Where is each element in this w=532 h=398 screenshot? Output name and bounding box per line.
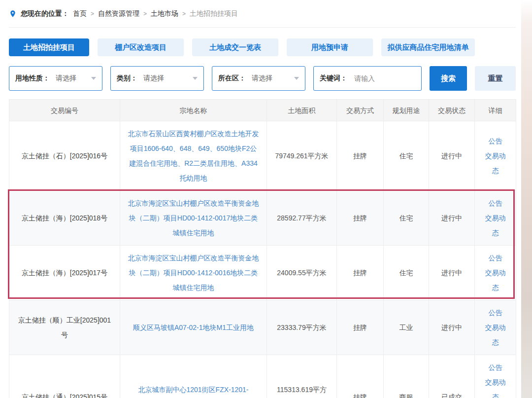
- page: 您现在的位置： 首页>自然资源管理>土地市场>土地招拍挂项目 土地招拍挂项目棚户…: [0, 0, 532, 398]
- cell-parcel-name: 北京城市副中心1201街区FZX-1201-0081、0171地块A4体育用地: [120, 355, 267, 398]
- location-pin-icon: [9, 10, 17, 18]
- detail-link[interactable]: 公告: [482, 134, 509, 148]
- column-header: 土地面积: [267, 100, 337, 121]
- cell-planned-usage: 商服: [384, 355, 429, 398]
- column-header: 规划用途: [384, 100, 429, 121]
- select-district[interactable]: 所在区：请选择: [212, 66, 305, 91]
- select-value: 请选择: [252, 74, 294, 83]
- filter-bar: 用地性质：请选择类别：请选择所在区：请选择 关键词： 搜索 重置: [9, 66, 516, 91]
- cell-land-area: 115313.619平方米: [267, 355, 337, 398]
- cell-land-area: 79749.261平方米: [267, 121, 337, 191]
- cell-deal-status: 进行中: [429, 191, 475, 246]
- cell-parcel-name: 北京市石景山区西黄村棚户区改造土地开发项目1606-640、648、649、65…: [120, 121, 267, 191]
- breadcrumb-item[interactable]: 土地市场: [151, 9, 178, 18]
- detail-link[interactable]: 交易动态: [482, 148, 509, 178]
- detail-link[interactable]: 公告: [482, 360, 509, 375]
- keyword-input[interactable]: [354, 74, 415, 82]
- table-row: 京土储挂（顺）工业[2025]001号顺义区马坡镇A07-02-1地块M1工业用…: [9, 300, 516, 355]
- column-header: 交易状态: [429, 100, 475, 121]
- table-row: 京土储挂（石）[2025]016号北京市石景山区西黄村棚户区改造土地开发项目16…: [9, 121, 516, 191]
- cell-planned-usage: 住宅: [384, 121, 429, 191]
- breadcrumb-separator: >: [143, 10, 147, 17]
- cell-detail-links: 公告交易动态: [475, 191, 516, 246]
- breadcrumb-item[interactable]: 首页: [73, 9, 87, 18]
- select-category[interactable]: 类别：请选择: [110, 66, 204, 91]
- select-label: 所在区：: [218, 74, 246, 83]
- parcel-name-link[interactable]: 北京市石景山区西黄村棚户区改造土地开发项目1606-640、648、649、65…: [128, 130, 259, 182]
- breadcrumb-prefix: 您现在的位置：: [21, 9, 69, 18]
- column-header: 交易编号: [9, 100, 120, 121]
- select-land-nature[interactable]: 用地性质：请选择: [9, 66, 102, 91]
- detail-link[interactable]: 交易动态: [482, 320, 509, 350]
- breadcrumb-item[interactable]: 自然资源管理: [98, 9, 139, 18]
- detail-link[interactable]: 公告: [482, 196, 509, 211]
- tab[interactable]: 棚户区改造项目: [98, 38, 184, 56]
- page-background-strip: [521, 0, 532, 398]
- tab-bar: 土地招拍挂项目棚户区改造项目土地成交一览表用地预申请拟供应商品住宅用地清单: [9, 38, 516, 56]
- detail-link[interactable]: 交易动态: [482, 265, 509, 295]
- detail-link[interactable]: 交易动态: [482, 375, 509, 398]
- select-label: 用地性质：: [15, 74, 50, 83]
- keyword-label: 关键词：: [320, 74, 347, 83]
- table-row: 京土储挂（通）[2025]015号北京城市副中心1201街区FZX-1201-0…: [9, 355, 516, 398]
- cell-deal-id: 京土储挂（海）[2025]017号: [9, 246, 120, 300]
- cell-deal-method: 挂牌: [337, 355, 384, 398]
- cell-deal-status: 进行中: [429, 246, 475, 300]
- column-header: 详细: [475, 100, 516, 121]
- cell-deal-id: 京土储挂（海）[2025]018号: [9, 191, 120, 246]
- cell-parcel-name: 顺义区马坡镇A07-02-1地块M1工业用地: [120, 300, 267, 355]
- breadcrumb: 您现在的位置： 首页>自然资源管理>土地市场>土地招拍挂项目: [9, 0, 516, 28]
- select-label: 类别：: [117, 74, 137, 83]
- cell-deal-id: 京土储挂（通）[2025]015号: [9, 355, 120, 398]
- table-header-row: 交易编号宗地名称土地面积交易方式规划用途交易状态详细: [9, 100, 516, 121]
- keyword-field[interactable]: 关键词：: [313, 66, 422, 91]
- cell-deal-status: 进行中: [429, 300, 475, 355]
- cell-detail-links: 公告交易动态: [475, 246, 516, 300]
- cell-deal-status: 进行中: [429, 121, 475, 191]
- cell-parcel-name: 北京市海淀区宝山村棚户区改造平衡资金地块（二期）项目HD00-1412-0017…: [120, 191, 267, 246]
- breadcrumb-separator: >: [182, 10, 186, 17]
- search-button[interactable]: 搜索: [430, 66, 467, 91]
- select-value: 请选择: [143, 74, 193, 83]
- cell-deal-method: 挂牌: [337, 121, 384, 191]
- tab[interactable]: 拟供应商品住宅用地清单: [381, 38, 475, 56]
- cell-land-area: 24009.55平方米: [267, 246, 337, 300]
- cell-parcel-name: 北京市海淀区宝山村棚户区改造平衡资金地块（二期）项目HD00-1412-0016…: [120, 246, 267, 300]
- results-table-wrap: 交易编号宗地名称土地面积交易方式规划用途交易状态详细 京土储挂（石）[2025]…: [9, 99, 516, 398]
- cell-deal-status: 已成交: [429, 355, 475, 398]
- cell-deal-method: 挂牌: [337, 246, 384, 300]
- cell-land-area: 28592.77平方米: [267, 191, 337, 246]
- detail-link[interactable]: 公告: [482, 305, 509, 320]
- cell-planned-usage: 住宅: [384, 191, 429, 246]
- cell-detail-links: 公告交易动态: [475, 300, 516, 355]
- chevron-down-icon: [193, 77, 198, 80]
- column-header: 交易方式: [337, 100, 384, 121]
- parcel-name-link[interactable]: 北京城市副中心1201街区FZX-1201-0081、0171地块A4体育用地: [138, 386, 248, 398]
- chevron-down-icon: [294, 77, 299, 80]
- select-value: 请选择: [56, 74, 91, 83]
- table-row: 京土储挂（海）[2025]018号北京市海淀区宝山村棚户区改造平衡资金地块（二期…: [9, 191, 516, 246]
- cell-deal-method: 挂牌: [337, 300, 384, 355]
- cell-deal-id: 京土储挂（石）[2025]016号: [9, 121, 120, 191]
- cell-planned-usage: 工业: [384, 300, 429, 355]
- parcel-name-link[interactable]: 北京市海淀区宝山村棚户区改造平衡资金地块（二期）项目HD00-1412-0016…: [128, 254, 259, 291]
- chevron-down-icon: [91, 77, 96, 80]
- cell-deal-id: 京土储挂（顺）工业[2025]001号: [9, 300, 120, 355]
- detail-link[interactable]: 公告: [482, 251, 509, 265]
- tab[interactable]: 用地预申请: [287, 38, 373, 56]
- cell-deal-method: 挂牌: [337, 191, 384, 246]
- tab[interactable]: 土地成交一览表: [192, 38, 278, 56]
- tab[interactable]: 土地招拍挂项目: [9, 38, 89, 56]
- table-row: 京土储挂（海）[2025]017号北京市海淀区宝山村棚户区改造平衡资金地块（二期…: [9, 246, 516, 300]
- results-table: 交易编号宗地名称土地面积交易方式规划用途交易状态详细 京土储挂（石）[2025]…: [9, 99, 516, 398]
- cell-detail-links: 公告交易动态: [475, 121, 516, 191]
- reset-button[interactable]: 重置: [475, 66, 516, 91]
- cell-land-area: 23333.79平方米: [267, 300, 337, 355]
- parcel-name-link[interactable]: 北京市海淀区宝山村棚户区改造平衡资金地块（二期）项目HD00-1412-0017…: [128, 199, 259, 237]
- breadcrumb-item: 土地招拍挂项目: [190, 9, 238, 18]
- detail-link[interactable]: 交易动态: [482, 211, 509, 240]
- column-header: 宗地名称: [120, 100, 267, 121]
- cell-detail-links: 公告交易动态交易结果: [475, 355, 516, 398]
- breadcrumb-separator: >: [91, 10, 94, 17]
- parcel-name-link[interactable]: 顺义区马坡镇A07-02-1地块M1工业用地: [133, 324, 254, 331]
